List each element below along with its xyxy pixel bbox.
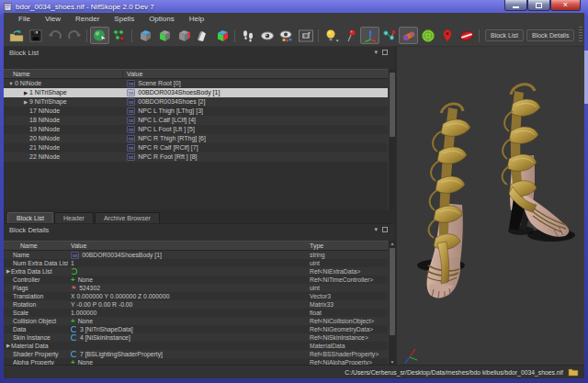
undo-icon[interactable] bbox=[45, 27, 64, 44]
toolbar-separator bbox=[318, 29, 319, 42]
detail-row-num-extra-data[interactable]: Num Extra Data List 1 uint bbox=[4, 259, 388, 267]
detail-row-alpha-property[interactable]: Alpha Property +None Ref<NiAlphaProperty… bbox=[4, 358, 388, 365]
cube-top-blue-icon[interactable] bbox=[135, 27, 154, 44]
string-icon: txt bbox=[127, 117, 135, 124]
app-body: File View Render Spells Options Help bbox=[4, 13, 584, 378]
light-bulb-icon[interactable] bbox=[322, 27, 341, 44]
render-viewport[interactable] bbox=[395, 47, 582, 365]
tree-row-0-ninode[interactable]: ▼0 NiNode txtScene Root [0] bbox=[4, 79, 388, 88]
open-folder-icon[interactable] bbox=[6, 27, 26, 44]
toggle-block-list-button[interactable]: Block List bbox=[485, 29, 524, 41]
folder-icon[interactable] bbox=[568, 367, 579, 377]
titlebar[interactable]: bdor_0034_shoes.nif - NifSkope 2.0 Dev 7… bbox=[0, 0, 588, 13]
location-pin-icon[interactable] bbox=[437, 27, 457, 44]
node-pin-icon[interactable] bbox=[379, 27, 399, 44]
footsteps-icon[interactable] bbox=[238, 27, 257, 44]
eye-icon[interactable] bbox=[257, 27, 277, 44]
expand-icon[interactable]: ▶ bbox=[22, 88, 29, 97]
tree-row-20-ninode[interactable]: 20 NiNode txtNPC R Thigh [RThg] [6] bbox=[4, 134, 388, 143]
expand-icon[interactable]: ▶ bbox=[4, 267, 11, 276]
tree-row-19-ninode[interactable]: 19 NiNode txtNPC L Foot [Lft ] [5] bbox=[4, 125, 388, 134]
detail-row-controller[interactable]: Controller +None Ref<NiTimeController> bbox=[4, 276, 388, 284]
block-list-header[interactable]: Name Value bbox=[4, 69, 388, 79]
detail-row-data[interactable]: Data 3 [NiTriShapeData] Ref<NiGeometryDa… bbox=[4, 325, 388, 333]
expand-icon[interactable]: ▶ bbox=[4, 342, 11, 350]
string-icon: txt bbox=[127, 126, 135, 133]
cube-face-green-icon[interactable] bbox=[154, 27, 174, 44]
panel-collapse-icon[interactable]: ▾ bbox=[374, 226, 378, 233]
detail-row-flags[interactable]: Flags ⚑524302 uint bbox=[4, 284, 388, 292]
capsule-icon[interactable] bbox=[399, 27, 418, 44]
camera-viewport-icon[interactable] bbox=[296, 27, 315, 44]
xyz-axes-icon[interactable] bbox=[360, 27, 379, 44]
toolbar-separator bbox=[234, 29, 235, 42]
column-value[interactable]: Value bbox=[123, 70, 388, 78]
left-dock: Block List ▾ Name Value ▼0 NiNode txtSce… bbox=[4, 47, 395, 365]
detail-row-translation[interactable]: Translation X 0.000000 Y 0.000000 Z 0.00… bbox=[4, 292, 388, 300]
column-name[interactable]: Name bbox=[4, 70, 123, 78]
menu-spells[interactable]: Spells bbox=[107, 13, 141, 25]
eye-color-icon[interactable] bbox=[277, 27, 296, 44]
ref-link-icon bbox=[71, 351, 77, 357]
panel-float-icon[interactable] bbox=[382, 50, 388, 55]
string-icon: txt bbox=[127, 80, 135, 87]
tab-header[interactable]: Header bbox=[54, 212, 94, 223]
radar-icon[interactable] bbox=[418, 27, 437, 44]
panel-collapse-icon[interactable]: ▾ bbox=[374, 49, 378, 56]
minimize-button[interactable] bbox=[504, 0, 527, 11]
close-button[interactable]: × bbox=[550, 0, 581, 11]
statusbar: C:/Users/Cerberus_sr/Desktop/Data/meshes… bbox=[4, 365, 584, 378]
detail-row-skin-instance[interactable]: Skin Instance 4 [NiSkinInstance] Ref<NiS… bbox=[4, 333, 388, 342]
cube-edge-red-icon[interactable] bbox=[174, 27, 193, 44]
block-list-scrollbar[interactable] bbox=[388, 69, 395, 209]
red-pin-icon[interactable] bbox=[341, 27, 360, 44]
plane-arrow-icon[interactable] bbox=[193, 27, 212, 44]
menu-options[interactable]: Options bbox=[141, 13, 182, 25]
detail-row-rotation[interactable]: Rotation Y -0.00 P 0.00 R -0.00 Matrix33 bbox=[4, 300, 388, 309]
tab-archive-browser[interactable]: Archive Browser bbox=[95, 212, 160, 223]
toolbar-grip[interactable] bbox=[579, 27, 582, 43]
ref-link-icon bbox=[71, 326, 77, 332]
block-details-panel: Block Details ▾ Name Value Type Name txt… bbox=[4, 224, 395, 365]
block-details-scrollbar[interactable]: ▲ ▼ bbox=[388, 241, 395, 365]
detail-row-name[interactable]: Name txt00BDOR0034ShoesBody [1] string bbox=[4, 251, 388, 259]
string-icon: txt bbox=[71, 252, 79, 259]
tree-row-18-ninode[interactable]: 18 NiNode txtNPC L Calf [LClf] [4] bbox=[4, 116, 388, 125]
tree-row-17-ninode[interactable]: 17 NiNode txtNPC L Thigh [LThg] [3] bbox=[4, 107, 388, 116]
menu-view[interactable]: View bbox=[38, 13, 68, 25]
column-type[interactable]: Type bbox=[307, 242, 388, 250]
flag-icon: ⚑ bbox=[71, 285, 76, 291]
expand-icon[interactable]: ▶ bbox=[22, 97, 29, 107]
detail-row-shader-property[interactable]: Shader Property 7 [BSLightingShaderPrope… bbox=[4, 350, 388, 358]
toolbar: Block List Block Details bbox=[4, 25, 584, 47]
detail-row-material-data[interactable]: ▶Material Data MaterialData bbox=[4, 342, 388, 350]
tree-row-9-nitrishape[interactable]: ▶9 NiTriShape txt00BDOR0034Shoes [2] bbox=[4, 97, 388, 107]
column-name[interactable]: Name bbox=[4, 242, 68, 250]
collapse-icon[interactable]: ▼ bbox=[7, 79, 15, 88]
menu-help[interactable]: Help bbox=[182, 13, 211, 25]
tab-block-list[interactable]: Block List bbox=[7, 212, 53, 223]
nifskope-window: bdor_0034_shoes.nif - NifSkope 2.0 Dev 7… bbox=[0, 0, 588, 383]
detail-row-scale[interactable]: Scale 1.000000 float bbox=[4, 309, 388, 317]
detail-row-extra-data-list[interactable]: ▶Extra Data List Ref<NiExtraData> bbox=[4, 267, 388, 276]
toolbar-separator bbox=[86, 29, 87, 42]
refresh-icon bbox=[71, 268, 77, 275]
menu-render[interactable]: Render bbox=[68, 13, 107, 25]
menu-file[interactable]: File bbox=[11, 13, 38, 25]
rgb-cube-icon[interactable] bbox=[212, 27, 232, 44]
tree-row-1-nitrishape[interactable]: ▶1 NiTriShape txt00BDOR0034ShoesBody [1] bbox=[4, 88, 388, 97]
sandal-left bbox=[417, 104, 470, 299]
toggle-block-details-button[interactable]: Block Details bbox=[526, 29, 574, 41]
block-details-header[interactable]: Name Value Type bbox=[4, 241, 388, 251]
save-floppy-icon[interactable] bbox=[26, 27, 45, 44]
redo-icon[interactable] bbox=[64, 27, 84, 44]
pick-object-icon[interactable] bbox=[90, 27, 109, 44]
maximize-button[interactable] bbox=[527, 0, 550, 11]
column-value[interactable]: Value bbox=[68, 242, 307, 250]
pick-vertex-icon[interactable] bbox=[109, 27, 129, 44]
tree-row-22-ninode[interactable]: 22 NiNode txtNPC R Foot [Rft ] [8] bbox=[4, 152, 388, 162]
tree-row-21-ninode[interactable]: 21 NiNode txtNPC R Calf [RClf] [7] bbox=[4, 143, 388, 152]
detail-row-collision-object[interactable]: Collision Object +None Ref<NiCollisionOb… bbox=[4, 317, 388, 325]
panel-float-icon[interactable] bbox=[382, 227, 388, 232]
no-sign-icon[interactable] bbox=[457, 27, 476, 44]
